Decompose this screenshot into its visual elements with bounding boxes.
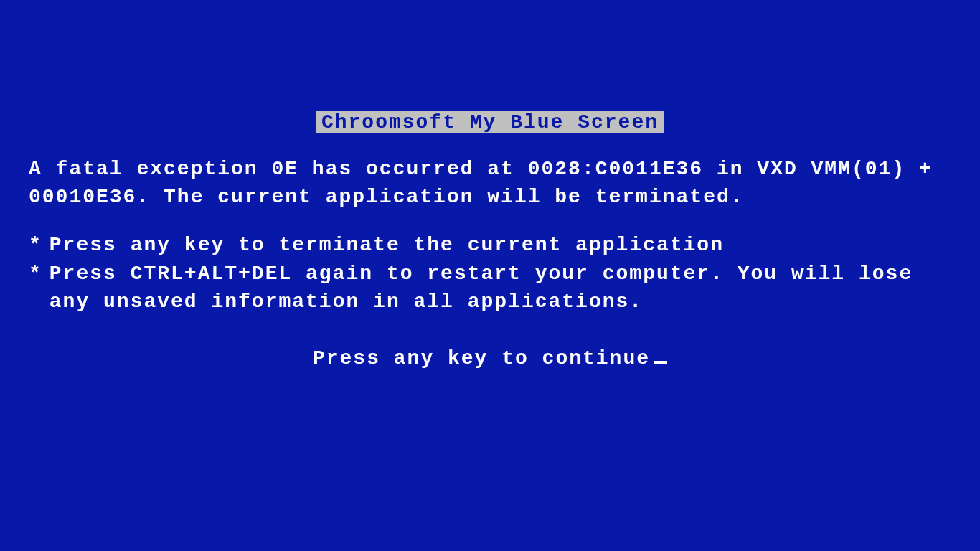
error-paragraph: A fatal exception 0E has occurred at 002… <box>29 155 951 211</box>
screen-title: Chroomsoft My Blue Screen <box>316 111 664 133</box>
list-item-text: Press any key to terminate the current a… <box>50 231 951 259</box>
cursor-icon <box>654 361 667 364</box>
list-item-text: Press CTRL+ALT+DEL again to restart your… <box>50 260 951 316</box>
list-item: * Press CTRL+ALT+DEL again to restart yo… <box>29 260 951 316</box>
bullet-icon: * <box>29 231 50 259</box>
bullet-icon: * <box>29 260 50 316</box>
list-item: * Press any key to terminate the current… <box>29 231 951 259</box>
continue-prompt: Press any key to continue <box>313 347 650 369</box>
instruction-list: * Press any key to terminate the current… <box>29 231 951 316</box>
